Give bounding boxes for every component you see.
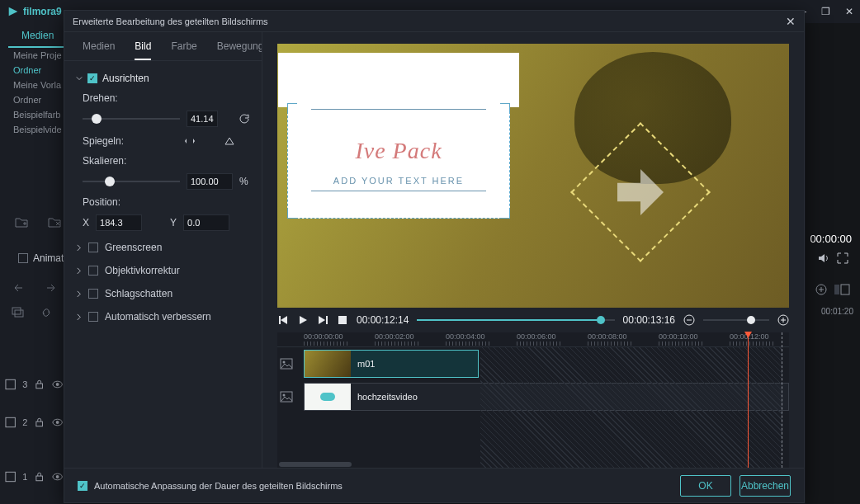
scale-slider[interactable] <box>83 177 180 186</box>
track-label-3[interactable]: 3 <box>5 374 63 394</box>
checkbox-icon: ✓ <box>78 481 87 491</box>
side-item[interactable]: Beispielvide <box>13 122 62 137</box>
animat-checkbox[interactable]: Animat <box>18 252 64 264</box>
play-button[interactable] <box>297 314 309 326</box>
next-frame-button[interactable] <box>317 314 328 326</box>
clip-label: hochzeitsvideo <box>357 392 418 402</box>
rotate-input[interactable]: 41.14 <box>187 111 218 127</box>
link-icon[interactable] <box>40 307 53 318</box>
settings-panel: Medien Bild Farbe Bewegung ✓ Ausrichten … <box>64 32 262 468</box>
side-nav: Meine Proje Ordner Meine Vorla Ordner Be… <box>13 48 62 137</box>
align-section-header[interactable]: ✓ Ausrichten <box>76 69 250 87</box>
svg-point-9 <box>55 421 59 424</box>
clip-thumbnail <box>305 384 351 410</box>
checkbox-icon[interactable] <box>88 243 98 252</box>
layers-icon[interactable] <box>12 307 25 318</box>
svg-rect-1 <box>15 310 23 317</box>
stop-button[interactable] <box>337 314 348 326</box>
mini-timeline[interactable]: 00:00:00:0000:00:02:0000:00:04:0000:00:0… <box>277 332 789 468</box>
ok-button[interactable]: OK <box>680 475 731 497</box>
side-item[interactable]: Beispielfarb <box>13 107 62 122</box>
drop-shadow-section[interactable]: Schlagschatten <box>64 282 262 305</box>
checkbox-icon <box>18 253 28 263</box>
eye-icon[interactable] <box>52 417 63 428</box>
track-label-1[interactable]: 1 <box>5 467 63 487</box>
volume-icon[interactable] <box>817 252 829 264</box>
align-checkbox[interactable]: ✓ <box>87 73 97 83</box>
lock-icon[interactable] <box>34 379 45 390</box>
dialog-close-button[interactable]: ✕ <box>786 15 796 28</box>
hatched-area <box>480 347 782 468</box>
track-label-2[interactable]: 2 <box>5 412 63 432</box>
clip-label: m01 <box>357 359 375 369</box>
playback-bar: 00:00:12:14 00:00:13:16 <box>262 308 804 332</box>
cancel-button[interactable]: Abbrechen <box>740 475 791 497</box>
undo-icon[interactable] <box>13 282 26 294</box>
tab-farbe[interactable]: Farbe <box>171 40 196 60</box>
rotate-reset-icon[interactable] <box>239 111 250 126</box>
svg-rect-2 <box>6 379 15 389</box>
app-name: filmora9 <box>23 6 62 17</box>
delete-folder-icon[interactable] <box>48 216 61 228</box>
text-frame[interactable]: Ive Pack ADD YOUR TEXT HERE <box>287 103 510 219</box>
fullscreen-icon[interactable] <box>837 252 848 264</box>
chevron-right-icon <box>76 267 82 275</box>
new-folder-icon[interactable] <box>15 216 28 228</box>
lens-correction-section[interactable]: Objektivkorrektur <box>64 259 262 282</box>
side-item[interactable]: Meine Proje <box>13 48 62 63</box>
time-slider[interactable] <box>417 314 614 326</box>
marker-add-icon[interactable] <box>815 284 827 295</box>
tab-medien[interactable]: Medien <box>8 25 67 48</box>
position-y-label: Y <box>170 217 177 228</box>
preview-subtitle: ADD YOUR TEXT HERE <box>288 176 509 186</box>
svg-rect-3 <box>36 384 43 389</box>
svg-rect-16 <box>841 285 849 294</box>
prev-frame-button[interactable] <box>277 314 289 326</box>
mirror-label: Spiegeln: <box>83 135 132 147</box>
preview-area: Ive Pack ADD YOUR TEXT HERE 00:00:12:14 … <box>262 32 804 468</box>
rotate-slider[interactable] <box>83 114 180 124</box>
side-item[interactable]: Ordner <box>13 92 62 107</box>
scale-label: Skalieren: <box>83 155 132 167</box>
checkbox-icon[interactable] <box>88 312 98 322</box>
lock-icon[interactable] <box>34 417 45 428</box>
greenscreen-section[interactable]: Greenscreen <box>64 236 262 259</box>
position-x-label: X <box>83 217 89 228</box>
window-maximize-icon[interactable]: ❐ <box>821 6 830 17</box>
zoom-in-icon[interactable] <box>777 314 789 326</box>
app-logo: filmora9 <box>7 5 62 18</box>
flip-vertical-icon[interactable] <box>222 134 237 148</box>
preview-canvas[interactable]: Ive Pack ADD YOUR TEXT HERE <box>277 44 789 308</box>
right-ruler-tc: 00:01:20 <box>821 307 853 316</box>
tab-bild[interactable]: Bild <box>135 40 151 60</box>
checkbox-icon[interactable] <box>88 266 98 276</box>
arrow-icon <box>617 169 664 215</box>
tab-medien[interactable]: Medien <box>83 40 115 60</box>
timeline-ruler[interactable]: 00:00:00:0000:00:02:0000:00:04:0000:00:0… <box>277 332 789 347</box>
auto-enhance-section[interactable]: Automatisch verbessern <box>64 305 262 328</box>
lock-icon[interactable] <box>34 471 45 483</box>
window-close-icon[interactable]: ✕ <box>845 6 853 17</box>
zoom-out-icon[interactable] <box>683 314 695 326</box>
split-screen-edit-dialog: Erweiterte Bearbeitung des geteilten Bil… <box>64 10 805 503</box>
eye-icon[interactable] <box>52 471 63 483</box>
side-item[interactable]: Ordner <box>13 63 62 78</box>
svg-point-5 <box>55 383 59 386</box>
side-item[interactable]: Meine Vorla <box>13 78 62 92</box>
timeline-scrollbar[interactable] <box>277 461 789 468</box>
redo-icon[interactable] <box>43 282 56 294</box>
position-x-input[interactable]: 184.3 <box>96 214 142 231</box>
current-time: 00:00:12:14 <box>357 314 409 326</box>
eye-icon[interactable] <box>52 379 63 390</box>
playhead[interactable] <box>748 332 749 468</box>
tab-bewegung[interactable]: Bewegung <box>217 40 262 60</box>
zoom-slider[interactable] <box>703 314 769 326</box>
position-y-input[interactable]: 0.0 <box>183 214 229 231</box>
scale-input[interactable]: 100.00 <box>187 173 233 190</box>
auto-adjust-checkbox[interactable]: ✓ Automatische Anpassung der Dauer des g… <box>78 481 343 491</box>
view-mode-icon[interactable] <box>834 284 850 295</box>
checkbox-icon[interactable] <box>88 289 98 299</box>
clip-m01[interactable]: m01 <box>304 350 479 378</box>
svg-rect-10 <box>6 472 15 481</box>
flip-horizontal-icon[interactable] <box>182 134 197 148</box>
